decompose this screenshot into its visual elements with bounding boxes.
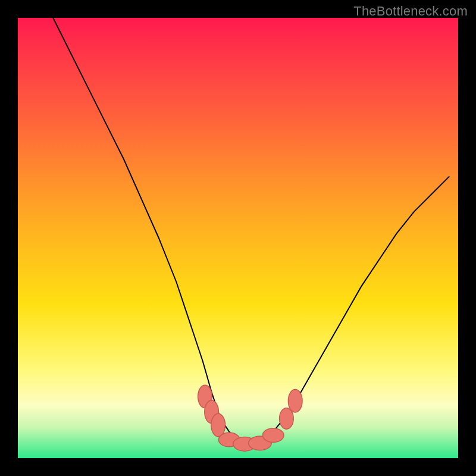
bottleneck-curve xyxy=(53,18,449,445)
watermark-text: TheBottleneck.com xyxy=(353,4,468,19)
chart-frame: TheBottleneck.com xyxy=(0,0,476,476)
curve-marker xyxy=(211,414,226,436)
curve-path xyxy=(53,18,449,445)
plot-area xyxy=(18,18,458,458)
curve-layer xyxy=(18,18,458,458)
curve-markers xyxy=(198,385,302,451)
curve-marker xyxy=(288,390,302,412)
curve-marker xyxy=(262,428,284,443)
